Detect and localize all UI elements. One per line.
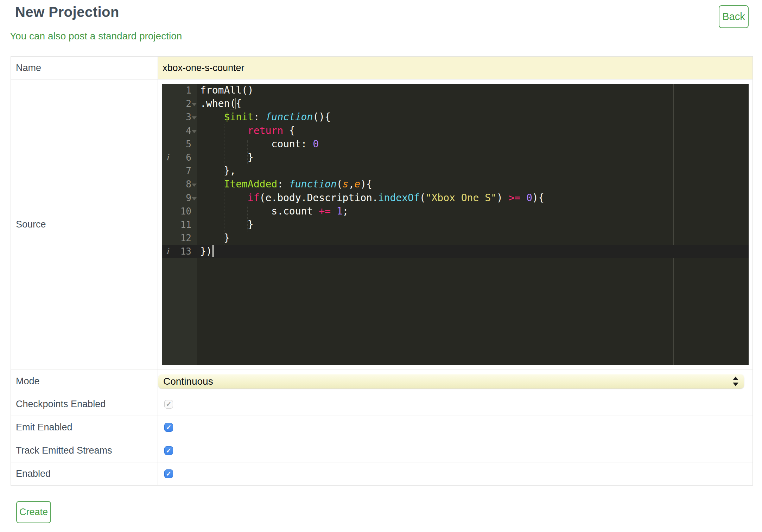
source-cell: 1fromAll()2.when({3 $init: function(){4 … [158,79,753,370]
code-line-8: 8 ItemAdded: function(s,e){ [162,178,749,191]
select-arrows-icon [732,374,738,389]
code-line-4: 4 return { [162,124,749,137]
source-row: Source 1fromAll()2.when({3 $init: functi… [11,79,753,370]
line-number: 3 [162,110,191,124]
code-line-3: 3 $init: function(){ [162,110,749,124]
code-line-9: 9 if(e.body.Description.indexOf("Xbox On… [162,191,749,205]
checkbox-checkpoints-enabled: ✓ [164,400,173,409]
code-line-12: 12 } [162,231,749,245]
fold-arrow-icon[interactable] [192,197,197,200]
code-text: } [200,231,749,245]
emit-enabled-cell: ✓ [158,416,753,439]
back-button[interactable]: Back [719,5,749,28]
checkpoints-enabled-label: Checkpoints Enabled [11,392,158,416]
new-projection-page: New Projection Back You can also post a … [0,0,762,532]
source-code-editor[interactable]: 1fromAll()2.when({3 $init: function(){4 … [162,84,749,365]
code-text: }, [200,164,749,178]
line-number: 5 [162,137,191,151]
code-text: fromAll() [200,84,749,97]
code-text: ItemAdded: function(s,e){ [200,178,749,191]
checkbox-emit-enabled[interactable]: ✓ [164,423,173,432]
code-text: } [200,218,749,231]
source-label: Source [11,79,158,370]
line-number: 10 [162,205,191,218]
enabled-cell: ✓ [158,462,753,485]
text-cursor [212,245,214,257]
mode-cell: Continuous [158,370,753,392]
line-number: 2 [162,97,191,110]
code-lines: 1fromAll()2.when({3 $init: function(){4 … [162,84,749,258]
checkpoints-enabled-row: Checkpoints Enabled✓ [11,392,753,416]
emit-enabled-label: Emit Enabled [11,416,158,439]
code-line-7: 7 }, [162,164,749,178]
code-text: count: 0 [200,137,749,151]
code-line-5: 5 count: 0 [162,137,749,151]
line-number: 11 [162,218,191,231]
code-line-13: 13i}) [162,245,749,258]
info-annotation-icon: i [166,151,169,164]
name-row: Name xbox-one-s-counter [11,57,753,79]
code-text: .when({ [200,97,749,110]
create-button[interactable]: Create [16,501,51,523]
page-title: New Projection [15,4,119,20]
mode-label: Mode [11,370,158,392]
track-emitted-streams-label: Track Emitted Streams [11,439,158,462]
code-line-11: 11 } [162,218,749,231]
code-text: if(e.body.Description.indexOf("Xbox One … [200,191,749,205]
checkbox-enabled[interactable]: ✓ [164,469,173,478]
line-number: 4 [162,124,191,137]
enabled-label: Enabled [11,462,158,485]
checkbox-rows: Checkpoints Enabled✓Emit Enabled✓Track E… [11,392,753,485]
name-input[interactable]: xbox-one-s-counter [158,57,753,79]
line-number: 7 [162,164,191,178]
name-label: Name [11,57,158,79]
code-line-6: 6i } [162,151,749,164]
code-text: $init: function(){ [200,110,749,124]
line-number: 1 [162,84,191,97]
enabled-row: Enabled✓ [11,462,753,485]
code-line-10: 10 s.count += 1; [162,205,749,218]
code-text: }) [200,245,749,258]
code-text: s.count += 1; [200,205,749,218]
info-annotation-icon: i [166,245,169,258]
line-number: 8 [162,178,191,191]
code-line-2: 2.when({ [162,97,749,110]
code-text: } [200,151,749,164]
line-number: 9 [162,191,191,205]
projection-form-table: Name xbox-one-s-counter Source 1fromAll(… [11,56,753,486]
track-emitted-streams-cell: ✓ [158,439,753,462]
checkbox-track-emitted-streams[interactable]: ✓ [164,446,173,455]
line-number: 12 [162,231,191,245]
fold-arrow-icon[interactable] [192,116,197,120]
checkpoints-enabled-cell: ✓ [158,392,753,416]
track-emitted-streams-row: Track Emitted Streams✓ [11,439,753,462]
code-line-1: 1fromAll() [162,84,749,97]
fold-arrow-icon[interactable] [192,184,197,187]
fold-arrow-icon[interactable] [192,130,197,133]
fold-arrow-icon[interactable] [192,103,197,106]
emit-enabled-row: Emit Enabled✓ [11,416,753,439]
standard-projection-link[interactable]: You can also post a standard projection [10,31,182,42]
mode-select[interactable]: Continuous [158,374,744,389]
code-text: return { [200,124,749,137]
mode-row: Mode Continuous [11,370,753,392]
mode-select-value: Continuous [163,376,213,387]
